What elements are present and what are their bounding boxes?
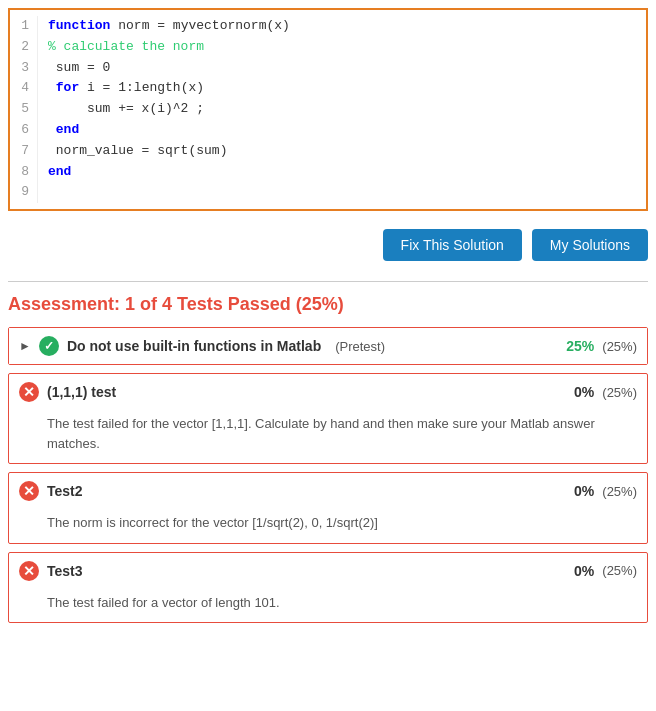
test-item-1: ✕ (1,1,1) test 0% (25%) The test failed … [8, 373, 648, 464]
test1-score: 0% (25%) [574, 384, 637, 400]
fix-solution-button[interactable]: Fix This Solution [383, 229, 522, 261]
test-header-3: ✕ Test3 0% (25%) [9, 553, 647, 589]
test2-score-weight: (25%) [602, 484, 637, 499]
test3-score-weight: (25%) [602, 563, 637, 578]
line-numbers: 1 2 3 4 5 6 7 8 9 [10, 16, 38, 203]
test2-name: Test2 [47, 483, 83, 499]
buttons-area: Fix This Solution My Solutions [0, 219, 656, 277]
pretest-label: (Pretest) [335, 339, 385, 354]
test1-score-value: 0% [574, 384, 594, 400]
test2-description: The norm is incorrect for the vector [1/… [9, 509, 647, 543]
pretest-score-weight: (25%) [602, 339, 637, 354]
pretest-score: 25% (25%) [566, 338, 637, 354]
test-header-2: ✕ Test2 0% (25%) [9, 473, 647, 509]
check-icon: ✓ [39, 336, 59, 356]
test2-score-value: 0% [574, 483, 594, 499]
fail-icon-1: ✕ [19, 382, 39, 402]
test-header-1: ✕ (1,1,1) test 0% (25%) [9, 374, 647, 410]
code-content: function norm = myvectornorm(x) % calcul… [38, 16, 646, 203]
fail-icon-3: ✕ [19, 561, 39, 581]
test2-score: 0% (25%) [574, 483, 637, 499]
chevron-icon[interactable]: ► [19, 339, 31, 353]
test-header-pretest: ► ✓ Do not use built-in functions in Mat… [9, 328, 647, 364]
test-item-pretest: ► ✓ Do not use built-in functions in Mat… [8, 327, 648, 365]
my-solutions-button[interactable]: My Solutions [532, 229, 648, 261]
code-area: 1 2 3 4 5 6 7 8 9 function norm = myvect… [10, 10, 646, 209]
test1-score-weight: (25%) [602, 385, 637, 400]
test-item-3: ✕ Test3 0% (25%) The test failed for a v… [8, 552, 648, 624]
test3-name: Test3 [47, 563, 83, 579]
divider [8, 281, 648, 282]
code-editor[interactable]: 1 2 3 4 5 6 7 8 9 function norm = myvect… [8, 8, 648, 211]
pretest-score-value: 25% [566, 338, 594, 354]
test1-name: (1,1,1) test [47, 384, 116, 400]
fail-icon-2: ✕ [19, 481, 39, 501]
test-item-2: ✕ Test2 0% (25%) The norm is incorrect f… [8, 472, 648, 544]
test3-description: The test failed for a vector of length 1… [9, 589, 647, 623]
pretest-name: Do not use built-in functions in Matlab [67, 338, 321, 354]
assessment-title: Assessment: 1 of 4 Tests Passed (25%) [0, 294, 656, 327]
test1-description: The test failed for the vector [1,1,1]. … [9, 410, 647, 463]
test3-score: 0% (25%) [574, 563, 637, 579]
test3-score-value: 0% [574, 563, 594, 579]
